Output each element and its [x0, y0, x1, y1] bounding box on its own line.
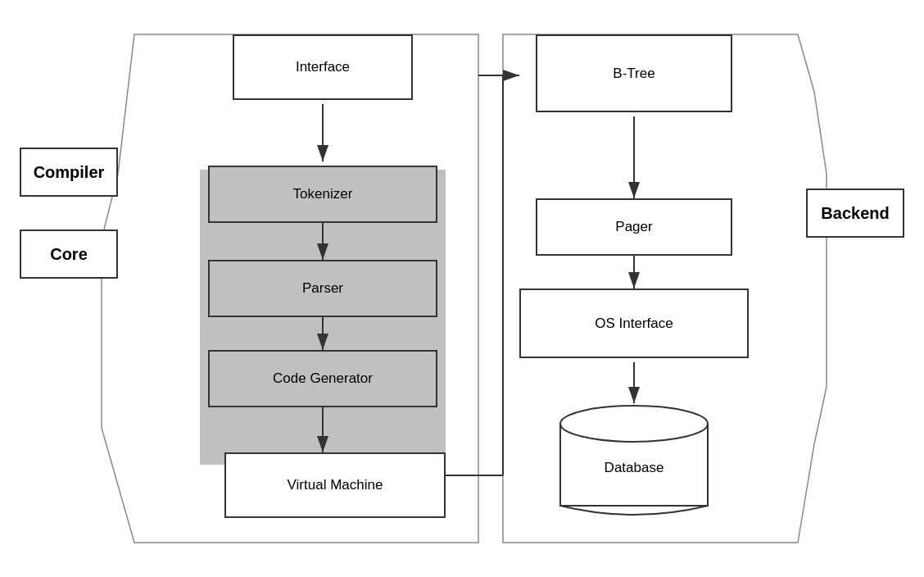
- database-node: Database: [556, 403, 712, 518]
- compiler-label: Compiler: [20, 148, 118, 197]
- code-generator-node: Code Generator: [208, 350, 437, 407]
- interface-node: Interface: [233, 34, 413, 100]
- diagram: Compiler Core Backend Interface Tokenize…: [11, 10, 913, 567]
- parser-node: Parser: [208, 260, 437, 317]
- backend-label: Backend: [806, 189, 904, 238]
- pager-node: Pager: [536, 198, 732, 256]
- virtual-machine-node: Virtual Machine: [224, 452, 446, 518]
- diagram-svg: [11, 10, 913, 567]
- btree-node: B-Tree: [536, 34, 732, 112]
- os-interface-node: OS Interface: [519, 288, 749, 358]
- svg-point-15: [560, 406, 708, 442]
- tokenizer-node: Tokenizer: [208, 166, 437, 223]
- core-label: Core: [20, 229, 118, 279]
